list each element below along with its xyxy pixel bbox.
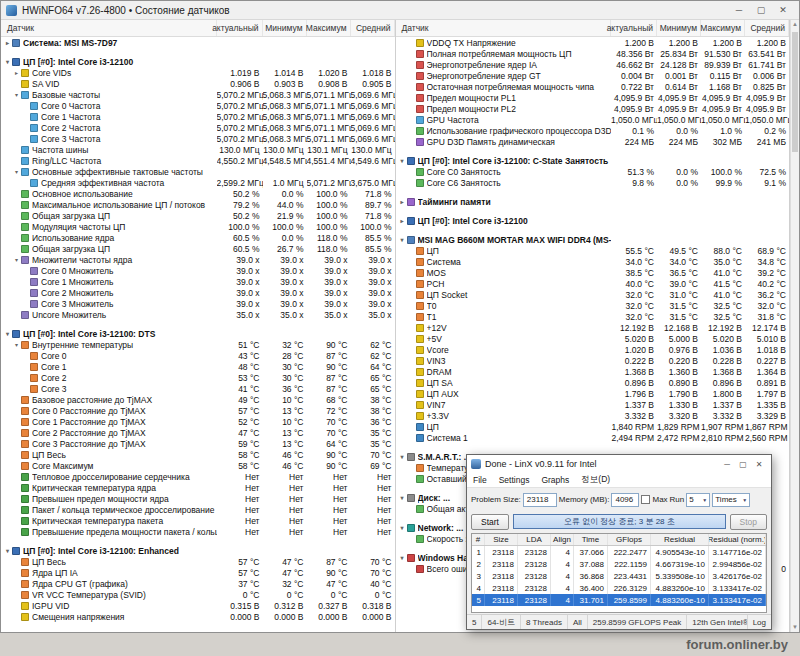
sensor-section-row[interactable]: ▸Тайминги памяти	[396, 196, 790, 207]
sensor-row[interactable]: Core 1 Расстояние до TjMAX52 °C10 °C70 °…	[1, 416, 395, 427]
sensor-row[interactable]: Тепловое дросселирование сердечникаНетНе…	[1, 471, 395, 482]
minimize-button[interactable]: ─	[728, 2, 750, 18]
expander-icon[interactable]: ▾	[12, 341, 21, 348]
sensor-row[interactable]: +3.3V3.332 В3.320 В3.332 В3.329 В	[396, 410, 790, 421]
memory-input[interactable]: 4096	[611, 493, 639, 507]
column-header-current[interactable]: актуальный	[217, 20, 263, 36]
sensor-row[interactable]: ▾Базовые частоты5,070.2 МГц5,068.3 МГц5,…	[1, 89, 395, 100]
sensor-row[interactable]: Полная потребляемая мощность ЦП48.356 Вт…	[396, 48, 790, 59]
expander-icon[interactable]: ▾	[398, 554, 407, 561]
sensor-row[interactable]: Пакет / кольца термическое дросселирован…	[1, 504, 395, 515]
sensor-row[interactable]: Ring/LLC Частота4,550.2 МГц4,548.5 МГц4,…	[1, 155, 395, 166]
sensor-row[interactable]: Core C0 Занятость51.3 %0.0 %100.0 %72.5 …	[396, 166, 790, 177]
sensor-section-row[interactable]: ▾ЦП [#0]: Intel Core i3-12100: DTS	[1, 328, 395, 339]
column-header-max[interactable]: Максимум	[307, 20, 351, 36]
expander-icon[interactable]: ▸	[398, 198, 407, 205]
max-checkbox[interactable]	[641, 495, 650, 504]
sensor-row[interactable]: ЦП Весь58 °C46 °C90 °C70 °C	[1, 449, 395, 460]
sensor-row[interactable]: +5V5.020 В5.000 В5.020 В5.010 В	[396, 333, 790, 344]
results-row[interactable]: 12311823128437.066222.24774.905543e-103.…	[472, 546, 766, 558]
sensor-row[interactable]: Core 2 Расстояние до TjMAX47 °C13 °C70 °…	[1, 427, 395, 438]
expander-icon[interactable]: ▸	[3, 39, 12, 46]
sensor-row[interactable]: Смещения напряжения0.000 В0.000 В0.000 В…	[1, 611, 395, 622]
results-row[interactable]: 52311823128431.701259.85994.883260e-103.…	[472, 594, 766, 606]
sensor-row[interactable]: Энергопотребление ядер IA46.662 Вт24.128…	[396, 59, 790, 70]
sensor-row[interactable]: Максимальное использование ЦП / потоков7…	[1, 199, 395, 210]
expander-icon[interactable]: ▾	[398, 524, 407, 531]
sensor-row[interactable]: Базовое расстояние до TjMAX49 °C10 °C68 …	[1, 394, 395, 405]
sensor-row[interactable]: Core Максимум58 °C46 °C90 °C69 °C	[1, 460, 395, 471]
stop-button[interactable]: Stop	[730, 514, 768, 530]
sensor-row[interactable]: Система34.0 °C34.0 °C35.0 °C34.8 °C	[396, 256, 790, 267]
results-column-header[interactable]: Residual (norm.)	[709, 534, 766, 545]
sensor-row[interactable]: Предел мощности PL24,095.9 Вт4,095.9 Вт4…	[396, 103, 790, 114]
problem-size-input[interactable]: 23118	[523, 493, 557, 507]
sensor-row[interactable]: Core 3 Множитель39.0 x39.0 x39.0 x39.0 x	[1, 298, 395, 309]
sensor-row[interactable]: ▾Внутренние температуры51 °C32 °C90 °C62…	[1, 339, 395, 350]
menu-item-file[interactable]: File	[467, 473, 493, 487]
sensor-row[interactable]: +12V12.192 В12.168 В12.192 В12.174 В	[396, 322, 790, 333]
results-column-header[interactable]: Size	[485, 534, 518, 545]
linx-minimize-button[interactable]: ─	[719, 457, 735, 471]
expander-icon[interactable]: ▾	[3, 547, 12, 554]
sensor-row[interactable]: Остаточная потребляемая мощность чипа0.7…	[396, 81, 790, 92]
expander-icon[interactable]: ▸	[398, 217, 407, 224]
expander-icon[interactable]: ▾	[12, 91, 21, 98]
sensor-row[interactable]: Core 2 Частота5,070.2 МГц5,068.3 МГц5,07…	[1, 122, 395, 133]
results-column-header[interactable]: Time	[574, 534, 608, 545]
column-header-sensor[interactable]: Датчик	[396, 20, 612, 36]
sensor-row[interactable]: ЦП55.5 °C49.5 °C88.0 °C68.9 °C	[396, 245, 790, 256]
vertical-scrollbar[interactable]: ▲ ▼	[790, 20, 799, 632]
scroll-up-icon[interactable]: ▲	[791, 20, 799, 29]
sensor-section-row[interactable]: ▸Система: MSI MS-7D97	[1, 37, 395, 48]
expander-icon[interactable]: ▾	[12, 256, 21, 263]
sensor-row[interactable]: ▾Множители частоты ядра39.0 x39.0 x39.0 …	[1, 254, 395, 265]
sensor-row[interactable]: Core 0 Множитель39.0 x39.0 x39.0 x39.0 x	[1, 265, 395, 276]
sensor-row[interactable]: Core 253 °C30 °C87 °C65 °C	[1, 372, 395, 383]
sensor-row[interactable]: DRAM1.368 В1.360 В1.368 В1.364 В	[396, 366, 790, 377]
sensor-row[interactable]: Core 1 Множитель39.0 x39.0 x39.0 x39.0 x	[1, 276, 395, 287]
menu-item-graphs[interactable]: Graphs	[535, 473, 575, 487]
sensor-row[interactable]: Core 3 Частота5,070.2 МГц5,068.3 МГц5,07…	[1, 133, 395, 144]
sensor-row[interactable]: Использование ядра60.5 %0.0 %118.0 %85.5…	[1, 232, 395, 243]
menu-item-settings[interactable]: Settings	[493, 473, 536, 487]
results-column-header[interactable]: LDA	[518, 534, 551, 545]
sensor-row[interactable]: GPU Частота1,050.0 МГц1,050.0 МГц1,050.0…	[396, 114, 790, 125]
sensor-row[interactable]: ЦП AUX1.796 В1.790 В1.800 В1.797 В	[396, 388, 790, 399]
start-button[interactable]: Start	[471, 514, 509, 530]
sensor-row[interactable]: ЦП1,840 RPM1,829 RPM1,907 RPM1,867 RPM	[396, 421, 790, 432]
sensor-row[interactable]: IGPU VID0.315 В0.312 В0.327 В0.318 В	[1, 600, 395, 611]
sensor-row[interactable]: Общая загрузка ЦП60.5 %26.7 %118.0 %85.5…	[1, 243, 395, 254]
scrollbar-thumb[interactable]	[792, 32, 798, 152]
sensor-row[interactable]: ЦП SA0.896 В0.890 В0.896 В0.891 В	[396, 377, 790, 388]
column-header-max[interactable]: Максимум	[701, 20, 745, 36]
sensor-row[interactable]: VIN30.222 В0.220 В0.228 В0.227 В	[396, 355, 790, 366]
results-column-header[interactable]: #	[472, 534, 485, 545]
expander-icon[interactable]: ▾	[398, 494, 407, 501]
sensor-row[interactable]: SA VID0.906 В0.903 В0.908 В0.905 В	[1, 78, 395, 89]
sensor-row[interactable]: ЦП Socket32.0 °C31.0 °C41.0 °C36.2 °C	[396, 289, 790, 300]
sensor-section-row[interactable]: ▾ЦП [#0]: Intel Core i3-12100	[1, 56, 395, 67]
sensor-row[interactable]: Core 2 Множитель39.0 x39.0 x39.0 x39.0 x	[1, 287, 395, 298]
sensor-row[interactable]: Система 12,494 RPM2,472 RPM2,810 RPM2,56…	[396, 432, 790, 443]
sensor-row[interactable]: Предел мощности PL14,095.9 Вт4,095.9 Вт4…	[396, 92, 790, 103]
sensor-row[interactable]: T132.0 °C31.5 °C32.5 °C31.8 °C	[396, 311, 790, 322]
sensor-row[interactable]: Энергопотребление ядер GT0.004 Вт0.001 В…	[396, 70, 790, 81]
sensor-section-row[interactable]: ▾MSI MAG B660M MORTAR MAX WIFI DDR4 (MS-…	[396, 234, 790, 245]
linx-maximize-button[interactable]: ▢	[735, 457, 751, 471]
sensor-row[interactable]: Ядра CPU GT (графика)37 °C32 °C47 °C40 °…	[1, 578, 395, 589]
sensor-row[interactable]: PCH40.0 °C39.0 °C41.5 °C40.2 °C	[396, 278, 790, 289]
sensor-row[interactable]: Core 1 Частота5,070.2 МГц5,068.3 МГц5,07…	[1, 111, 395, 122]
sensor-row[interactable]: VDDQ TX Напряжение1.200 В1.200 В1.200 В1…	[396, 37, 790, 48]
menu-item--d-[interactable]: 정보(D)	[575, 473, 616, 487]
close-button[interactable]: ✕	[772, 2, 794, 18]
run-unit-select[interactable]: Times ▼	[712, 493, 750, 507]
expander-icon[interactable]: ▾	[3, 58, 12, 65]
sensor-row[interactable]: Средняя эффективная частота2,599.2 МГц1.…	[1, 177, 395, 188]
run-count-select[interactable]: 5 ▼	[686, 493, 710, 507]
sensor-row[interactable]: ЦП Весь57 °C47 °C87 °C70 °C	[1, 556, 395, 567]
expander-icon[interactable]: ▾	[398, 236, 407, 243]
sensor-row[interactable]: VR VCC Температура (SVID)0 °C0 °C0 °C0 °…	[1, 589, 395, 600]
column-header-current[interactable]: актуальный	[611, 20, 657, 36]
expander-icon[interactable]: ▸	[12, 69, 21, 76]
